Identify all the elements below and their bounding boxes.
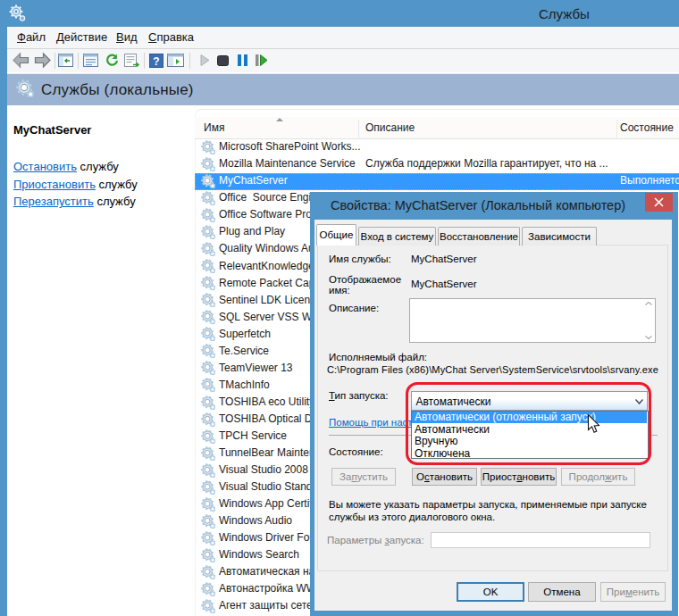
svg-text:?: ? (153, 55, 159, 68)
